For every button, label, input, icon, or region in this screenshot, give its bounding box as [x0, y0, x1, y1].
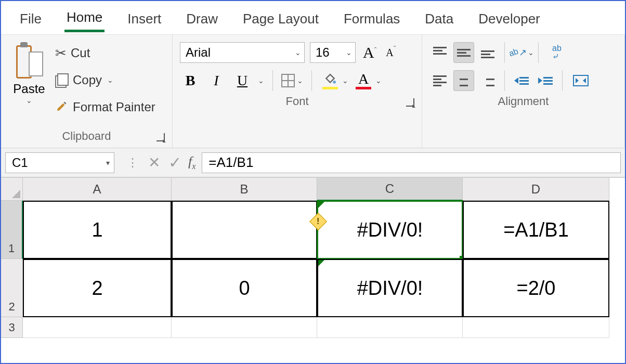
font-color-swatch	[356, 87, 371, 89]
copy-label: Copy	[73, 73, 102, 87]
col-header-A[interactable]: A	[23, 178, 172, 201]
align-left-button[interactable]	[429, 70, 450, 91]
cell-C2[interactable]: #DIV/0!	[317, 259, 463, 317]
cell-D2[interactable]: =2/0	[463, 259, 609, 317]
cell-A2[interactable]: 2	[23, 259, 172, 317]
ribbon: Paste ⌄ ✂ Cut Copy ⌄ Format Painter	[1, 34, 625, 148]
group-font: Arial ⌄ 16 ⌄ Aˆ Aˇ B I U ⌄ ⌄	[173, 35, 422, 148]
svg-point-0	[333, 81, 336, 84]
wrap-text-icon: ab⤶	[552, 44, 562, 61]
chevron-down-icon: ⌄	[341, 48, 352, 57]
column-headers: A B C D	[23, 178, 625, 201]
name-box[interactable]: C1 ▾	[5, 152, 114, 173]
cell-A3[interactable]	[23, 317, 172, 338]
tab-home[interactable]: Home	[64, 3, 105, 32]
merge-center-button[interactable]	[569, 70, 593, 91]
tab-formulas[interactable]: Formulas	[342, 5, 402, 31]
enter-button[interactable]: ✓	[164, 152, 185, 173]
cut-button[interactable]: ✂ Cut	[55, 41, 155, 65]
col-header-D[interactable]: D	[463, 178, 609, 201]
align-center-button[interactable]	[453, 70, 474, 91]
cell-C1[interactable]: #DIV/0!	[317, 201, 463, 259]
underline-button[interactable]: U	[232, 70, 253, 91]
group-alignment: ab↗ ⌄ ab⤶ Alignment	[422, 35, 625, 148]
cell-D1[interactable]: =A1/B1	[463, 201, 609, 259]
chevron-down-icon[interactable]: ⌄	[258, 76, 264, 85]
paste-button[interactable]: Paste ⌄	[8, 40, 50, 126]
separator	[538, 42, 539, 63]
cell-B1[interactable]: !	[172, 201, 317, 259]
orientation-button[interactable]: ab↗ ⌄	[511, 42, 532, 63]
font-color-button[interactable]: A ⌄	[354, 70, 382, 91]
cell-B3[interactable]	[172, 317, 317, 338]
chevron-down-icon: ⌄	[290, 48, 301, 57]
row-header-1[interactable]: 1	[1, 201, 23, 259]
dialog-launcher-icon[interactable]	[406, 98, 414, 107]
align-bottom-button[interactable]	[477, 42, 498, 63]
cancel-button[interactable]: ✕	[144, 152, 164, 173]
chevron-down-icon[interactable]: ⌄	[107, 76, 113, 84]
scissors-icon: ✂	[55, 45, 67, 61]
align-middle-button[interactable]	[453, 42, 474, 63]
increase-font-button[interactable]: Aˆ	[361, 44, 379, 61]
separator	[562, 70, 563, 91]
format-painter-label: Format Painter	[73, 100, 155, 114]
tab-draw[interactable]: Draw	[184, 5, 220, 31]
copy-icon	[55, 73, 69, 87]
bold-button[interactable]: B	[180, 70, 201, 91]
tab-page-layout[interactable]: Page Layout	[241, 5, 321, 31]
separator	[504, 42, 505, 63]
spreadsheet-grid: A B C D 1 1 ! #DIV/0! =A1/B1 2 2 0 #	[1, 178, 625, 338]
italic-button[interactable]: I	[206, 70, 227, 91]
cell-A1[interactable]: 1	[23, 201, 172, 259]
col-header-C[interactable]: C	[317, 178, 463, 201]
merge-icon	[573, 75, 589, 86]
ribbon-tabs: File Home Insert Draw Page Layout Formul…	[1, 1, 625, 34]
border-icon	[281, 74, 295, 87]
orientation-icon: ab↗	[509, 47, 527, 58]
wrap-text-button[interactable]: ab⤶	[545, 42, 569, 63]
chevron-down-icon: ⌄	[375, 76, 382, 85]
cell-D3[interactable]	[463, 317, 609, 338]
cell-B2[interactable]: 0	[172, 259, 317, 317]
increase-indent-button[interactable]	[535, 70, 556, 91]
tab-file[interactable]: File	[18, 5, 44, 31]
decrease-indent-button[interactable]	[511, 70, 532, 91]
copy-button[interactable]: Copy ⌄	[55, 68, 155, 92]
paintbrush-icon	[55, 99, 69, 116]
cell-C3[interactable]	[317, 317, 463, 338]
error-indicator-icon	[318, 202, 324, 208]
error-indicator-icon	[318, 260, 324, 266]
decrease-indent-icon	[514, 77, 529, 85]
row-header-3[interactable]: 3	[1, 317, 23, 338]
cut-label: Cut	[71, 46, 90, 60]
font-color-icon: A	[358, 72, 369, 86]
borders-button[interactable]: ⌄	[281, 70, 303, 91]
formula-input[interactable]: =A1/B1	[202, 152, 621, 173]
format-painter-button[interactable]: Format Painter	[55, 95, 155, 119]
font-name-combo[interactable]: Arial ⌄	[180, 42, 305, 63]
group-clipboard: Paste ⌄ ✂ Cut Copy ⌄ Format Painter	[1, 35, 173, 148]
group-label-alignment: Alignment	[498, 92, 549, 109]
chevron-down-icon: ⌄	[342, 76, 348, 85]
tab-developer[interactable]: Developer	[476, 5, 542, 31]
fill-color-button[interactable]: ⌄	[320, 70, 348, 91]
font-size-combo[interactable]: 16 ⌄	[310, 42, 356, 63]
group-label-clipboard: Clipboard	[62, 126, 111, 144]
dialog-launcher-icon[interactable]	[156, 133, 165, 141]
align-top-button[interactable]	[429, 42, 450, 63]
group-label-font: Font	[285, 92, 308, 109]
clipboard-icon	[15, 42, 43, 79]
col-header-B[interactable]: B	[172, 178, 317, 201]
chevron-down-icon[interactable]: ⌄	[26, 96, 32, 105]
align-right-button[interactable]	[477, 70, 498, 91]
select-all-corner[interactable]	[1, 178, 23, 201]
row-header-2[interactable]: 2	[1, 259, 23, 317]
tab-data[interactable]: Data	[423, 5, 455, 31]
font-name-value: Arial	[186, 45, 211, 60]
decrease-font-button[interactable]: Aˇ	[384, 47, 398, 59]
chevron-down-icon: ▾	[106, 159, 110, 167]
fill-color-swatch	[322, 87, 338, 89]
tab-insert[interactable]: Insert	[125, 5, 163, 31]
fx-icon[interactable]: fx	[188, 154, 195, 171]
